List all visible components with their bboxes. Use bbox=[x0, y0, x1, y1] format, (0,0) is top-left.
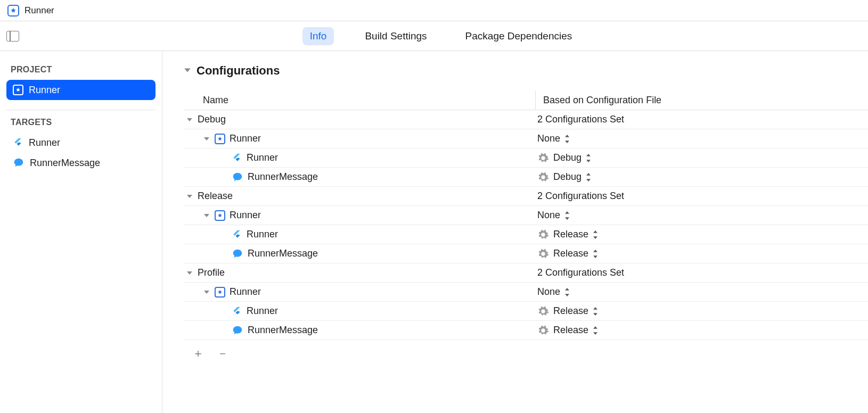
config-project-value[interactable]: None bbox=[535, 286, 868, 298]
table-footer-actions: ＋ － bbox=[184, 342, 868, 361]
config-value: Debug bbox=[553, 171, 582, 183]
col-based-header: Based on Configuration File bbox=[543, 95, 661, 106]
target-label: Runner bbox=[247, 305, 278, 317]
config-value: None bbox=[537, 133, 560, 144]
app-icon bbox=[215, 134, 225, 144]
remove-configuration-button[interactable]: － bbox=[217, 345, 228, 361]
chevron-down-icon bbox=[186, 117, 193, 123]
config-project-name: Runner bbox=[184, 210, 535, 221]
app-icon bbox=[13, 85, 23, 95]
flutter-icon bbox=[13, 137, 23, 148]
chevron-down-icon bbox=[203, 136, 210, 142]
sidebar: PROJECT Runner TARGETS Runner RunnerMess… bbox=[0, 51, 162, 413]
config-group-row[interactable]: Debug2 Configurations Set bbox=[184, 110, 868, 129]
config-group-row[interactable]: Release2 Configurations Set bbox=[184, 187, 868, 206]
tab-package-dependencies[interactable]: Package Dependencies bbox=[458, 27, 580, 45]
config-target-name: RunnerMessage bbox=[184, 248, 535, 260]
config-target-row[interactable]: RunnerRelease bbox=[184, 302, 868, 321]
main-content: Configurations Name Based on Configurati… bbox=[162, 51, 868, 413]
config-project-value[interactable]: None bbox=[535, 133, 868, 144]
config-value: Release bbox=[553, 325, 588, 336]
sidebar-item-label: Runner bbox=[29, 137, 60, 148]
add-configuration-button[interactable]: ＋ bbox=[192, 345, 204, 361]
config-target-row[interactable]: RunnerMessageRelease bbox=[184, 321, 868, 340]
tab-bar: Info Build Settings Package Dependencies bbox=[19, 27, 863, 45]
app-icon bbox=[215, 287, 225, 298]
config-target-value[interactable]: Release bbox=[535, 229, 868, 241]
config-target-name: RunnerMessage bbox=[184, 171, 535, 183]
chevron-down-icon bbox=[186, 193, 193, 200]
config-name: Debug bbox=[198, 114, 226, 125]
config-project-value[interactable]: None bbox=[535, 210, 868, 221]
target-label: Runner bbox=[247, 229, 278, 240]
configurations-section-header[interactable]: Configurations bbox=[162, 64, 868, 78]
config-value: None bbox=[537, 286, 560, 298]
toolbar: Info Build Settings Package Dependencies bbox=[0, 21, 868, 51]
flutter-icon bbox=[232, 229, 242, 240]
config-group-row[interactable]: Profile2 Configurations Set bbox=[184, 263, 868, 283]
config-project-row[interactable]: RunnerNone bbox=[184, 129, 868, 148]
config-value: Release bbox=[553, 305, 588, 317]
config-target-value[interactable]: Debug bbox=[535, 171, 868, 183]
config-target-value[interactable]: Release bbox=[535, 325, 868, 336]
project-heading: PROJECT bbox=[11, 65, 151, 75]
gear-icon bbox=[537, 248, 549, 260]
sidebar-item-label: RunnerMessage bbox=[30, 158, 100, 169]
chevron-down-icon bbox=[184, 67, 191, 76]
project-item-runner[interactable]: Runner bbox=[6, 80, 155, 100]
target-item-runnermessage[interactable]: RunnerMessage bbox=[6, 153, 155, 173]
flutter-icon bbox=[232, 306, 242, 317]
config-project-name: Runner bbox=[184, 133, 535, 144]
config-value: Debug bbox=[553, 152, 582, 163]
config-project-row[interactable]: RunnerNone bbox=[184, 283, 868, 302]
sidebar-item-label: Runner bbox=[29, 85, 60, 96]
table-header: Name Based on Configuration File bbox=[184, 90, 868, 110]
config-group-name: Release bbox=[184, 191, 535, 202]
config-target-row[interactable]: RunnerMessageRelease bbox=[184, 244, 868, 263]
config-target-row[interactable]: RunnerRelease bbox=[184, 225, 868, 244]
config-target-value[interactable]: Release bbox=[535, 248, 868, 260]
config-summary-cell: 2 Configurations Set bbox=[535, 191, 868, 202]
config-value: Release bbox=[553, 248, 588, 259]
target-label: RunnerMessage bbox=[248, 248, 318, 259]
config-name: Release bbox=[198, 191, 233, 202]
project-label: Runner bbox=[230, 133, 261, 144]
updown-icon bbox=[593, 250, 601, 258]
config-project-row[interactable]: RunnerNone bbox=[184, 206, 868, 225]
config-target-row[interactable]: RunnerDebug bbox=[184, 148, 868, 168]
tab-build-settings[interactable]: Build Settings bbox=[357, 27, 434, 45]
config-name: Profile bbox=[198, 267, 225, 278]
message-bubble-icon bbox=[13, 157, 24, 169]
chevron-down-icon bbox=[203, 212, 210, 219]
config-summary-cell: 2 Configurations Set bbox=[535, 267, 868, 278]
chevron-down-icon bbox=[186, 270, 193, 276]
app-icon bbox=[215, 210, 225, 221]
updown-icon bbox=[564, 211, 573, 220]
flutter-icon bbox=[232, 153, 242, 163]
config-target-value[interactable]: Debug bbox=[535, 152, 868, 164]
target-item-runner[interactable]: Runner bbox=[6, 133, 155, 153]
updown-icon bbox=[586, 173, 594, 181]
message-bubble-icon bbox=[232, 248, 243, 260]
gear-icon bbox=[537, 152, 549, 164]
tab-info[interactable]: Info bbox=[302, 27, 334, 45]
config-target-row[interactable]: RunnerMessageDebug bbox=[184, 168, 868, 187]
config-group-name: Profile bbox=[184, 267, 535, 278]
config-summary: 2 Configurations Set bbox=[537, 267, 624, 278]
updown-icon bbox=[564, 135, 573, 143]
updown-icon bbox=[586, 154, 594, 162]
config-target-name: Runner bbox=[184, 305, 535, 317]
updown-icon bbox=[593, 326, 601, 335]
config-target-name: Runner bbox=[184, 229, 535, 240]
col-name-header: Name bbox=[203, 95, 228, 106]
titlebar: Runner bbox=[0, 0, 868, 21]
message-bubble-icon bbox=[232, 171, 243, 183]
message-bubble-icon bbox=[232, 325, 243, 336]
sidebar-toggle-icon[interactable] bbox=[6, 31, 19, 42]
project-label: Runner bbox=[230, 210, 261, 221]
gear-icon bbox=[537, 229, 549, 241]
config-group-name: Debug bbox=[184, 114, 535, 125]
config-target-name: RunnerMessage bbox=[184, 325, 535, 336]
updown-icon bbox=[593, 230, 601, 239]
config-target-value[interactable]: Release bbox=[535, 305, 868, 317]
